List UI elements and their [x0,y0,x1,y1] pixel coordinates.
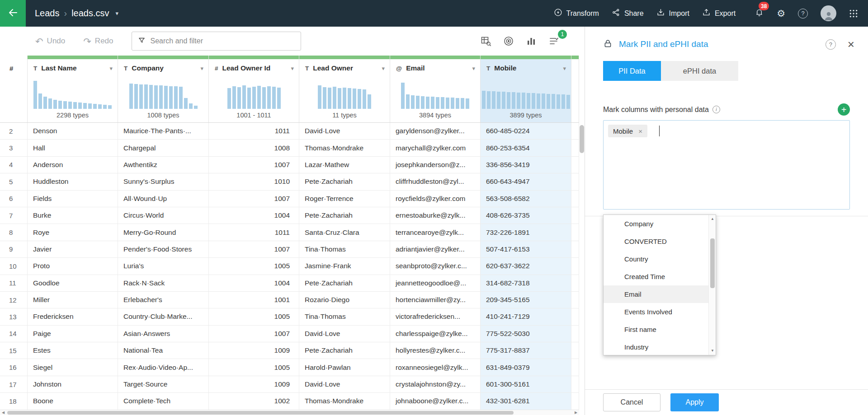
table-cell[interactable]: Rex·Audio·Video·Ap... [118,359,209,376]
scroll-left-icon[interactable]: ◀ [0,410,6,415]
table-cell[interactable]: Maurice·The·Pants·... [118,123,209,140]
help-icon[interactable]: ? [798,9,808,19]
user-avatar[interactable] [821,5,836,21]
dropdown-item-company[interactable]: Company [604,215,708,233]
table-cell[interactable]: Denson [28,123,118,140]
share-button[interactable]: Share [612,8,644,19]
breadcrumb-file[interactable]: leads.csv [71,8,109,19]
breadcrumb-root[interactable]: Leads [35,8,60,19]
column-histogram[interactable]: 1001 - 1011 [209,77,299,122]
table-cell[interactable]: 1007 [209,191,299,207]
table-cell[interactable]: Fredericksen [28,308,118,325]
add-pii-group-button[interactable]: + [838,103,850,116]
table-cell[interactable]: Fields [28,191,118,207]
column-menu-caret-icon[interactable]: ▾ [563,65,566,72]
table-cell[interactable]: Johnston [28,376,118,393]
table-cell[interactable]: Miller [28,292,118,308]
table-cell[interactable]: 209-345-5165 [481,292,571,308]
table-cell[interactable]: 732-226-1891 [481,224,571,241]
notifications-button[interactable]: 38 [755,8,764,19]
table-cell[interactable]: Rack·N·Sack [118,275,209,292]
column-histogram[interactable]: 3899 types [481,77,571,122]
dropdown-item-email[interactable]: Email [604,285,708,303]
table-cell[interactable]: Country·Club·Marke... [118,308,209,325]
apply-button[interactable]: Apply [670,393,719,411]
table-cell[interactable]: Pete·Zachariah [299,275,390,292]
table-cell[interactable]: 1005 [209,359,299,376]
apps-grid-icon[interactable] [849,9,858,18]
column-menu-caret-icon[interactable]: ▾ [472,65,475,72]
table-cell[interactable]: 1005 [209,258,299,275]
table-cell[interactable]: terrancearoye@zylk... [390,224,481,241]
table-cell[interactable]: ernestoaburke@zylk... [390,207,481,224]
panel-help-icon[interactable]: ? [826,39,836,50]
table-cell[interactable]: Javier [28,241,118,258]
table-cell[interactable]: johnaboone@zylker.c... [390,393,481,410]
table-cell[interactable]: 775-317-8837 [481,342,571,359]
dropdown-item-country[interactable]: Country [604,250,708,268]
column-histogram[interactable]: 3894 types [390,77,480,122]
table-cell[interactable]: Tina·Thomas [299,241,390,258]
table-cell[interactable]: roxanneosiegel@zylk... [390,359,481,376]
table-cell[interactable]: National·Tea [118,342,209,359]
table-cell[interactable]: 1007 [209,326,299,342]
table-cell[interactable]: 1007 [209,241,299,258]
table-cell[interactable]: 336-856-3419 [481,157,571,173]
table-cell[interactable]: David·Love [299,123,390,140]
table-cell[interactable]: 1001 [209,292,299,308]
table-cell[interactable]: Awthentikz [118,157,209,173]
table-cell[interactable]: roycfields@zylker.com [390,191,481,207]
table-cell[interactable]: 408-626-3735 [481,207,571,224]
table-cell[interactable]: marychall@zylker.com [390,140,481,156]
table-cell[interactable]: 314-682-7318 [481,275,571,292]
search-filter-box[interactable] [132,32,301,51]
table-cell[interactable]: Goodloe [28,275,118,292]
table-cell[interactable]: Pete·Zachariah [299,342,390,359]
table-cell[interactable]: 660-643-4947 [481,173,571,190]
dropdown-scrollbar[interactable]: ▲ ▼ [708,215,716,355]
export-button[interactable]: Export [702,8,736,19]
applied-steps-icon[interactable]: 1 [548,36,559,47]
import-button[interactable]: Import [656,8,689,19]
table-cell[interactable]: Huddleston [28,173,118,190]
vertical-scrollbar-thumb[interactable] [580,125,584,153]
table-cell[interactable]: 1009 [209,376,299,393]
table-cell[interactable]: 1010 [209,173,299,190]
table-cell[interactable]: 1002 [209,393,299,410]
table-cell[interactable]: Thomas·Mondrake [299,140,390,156]
dropdown-scroll-up-icon[interactable]: ▲ [709,216,716,222]
table-cell[interactable]: Harold·Pawlan [299,359,390,376]
table-cell[interactable]: Target·Source [118,376,209,393]
pii-columns-input[interactable]: Mobile× [603,120,850,210]
table-cell[interactable]: 1008 [209,140,299,156]
column-stats-chart-icon[interactable] [526,36,537,47]
table-cell[interactable]: Estes [28,342,118,359]
settings-gear-icon[interactable]: ⚙ [777,9,785,18]
transform-button[interactable]: Transform [554,8,599,19]
table-cell[interactable]: 775-522-5030 [481,326,571,342]
pii-column-chip[interactable]: Mobile× [608,125,647,137]
table-cell[interactable]: 1007 [209,157,299,173]
table-cell[interactable]: David·Love [299,326,390,342]
table-cell[interactable]: 1009 [209,342,299,359]
column-histogram[interactable]: 2298 types [28,77,118,122]
tab-ephi-data[interactable]: ePHI data [661,61,738,81]
dataset-menu-caret-icon[interactable]: ▾ [116,10,119,17]
table-cell[interactable]: 1011 [209,123,299,140]
column-header-email[interactable]: @Email▾3894 types [390,56,481,122]
table-cell[interactable]: cliffrhuddleston@zyl... [390,173,481,190]
table-cell[interactable]: 631-849-0379 [481,359,571,376]
table-cell[interactable]: 660-485-0224 [481,123,571,140]
dropdown-item-first-name[interactable]: First name [604,321,708,338]
table-cell[interactable]: Pender's·Food·Stores [118,241,209,258]
column-header-mobile[interactable]: TMobile▾3899 types [481,56,571,122]
table-cell[interactable]: 1004 [209,275,299,292]
table-cell[interactable]: Erlebacher's [118,292,209,308]
column-menu-caret-icon[interactable]: ▾ [200,65,203,72]
table-cell[interactable]: 1004 [209,207,299,224]
table-cell[interactable]: Paige [28,326,118,342]
table-cell[interactable]: Boone [28,393,118,410]
table-cell[interactable]: Roger·Terrence [299,191,390,207]
column-header-company[interactable]: TCompany▾1008 types [118,56,209,122]
table-cell[interactable]: garyldenson@zylker... [390,123,481,140]
